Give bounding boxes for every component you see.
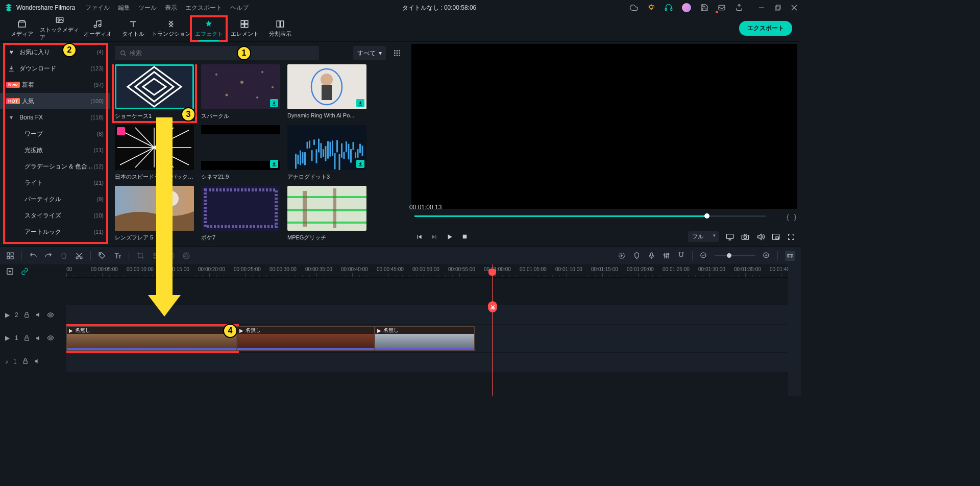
preview-canvas[interactable] (411, 44, 797, 209)
sidebar-item-new[interactable]: New新着(97) (0, 77, 110, 93)
sidebar-item-gradient[interactable]: グラデーション & 色合...(12) (0, 158, 110, 175)
menu-view[interactable]: 表示 (165, 4, 177, 12)
effect-thumb[interactable]: スパークル (201, 64, 280, 120)
pip-icon[interactable] (772, 233, 780, 241)
scale-dropdown[interactable]: フル (688, 231, 719, 242)
effect-thumb[interactable]: MPEGグリッチ (287, 186, 366, 241)
play-icon[interactable] (446, 233, 453, 240)
add-track-icon[interactable] (6, 268, 14, 275)
zoom-fit-icon[interactable] (785, 251, 795, 261)
redo-icon[interactable] (44, 252, 53, 260)
scissors-cursor-icon[interactable] (488, 301, 497, 312)
time-ruler[interactable]: 0:00:0000:00:05:0000:00:10:0000:00:15:00… (66, 264, 801, 278)
tab-title[interactable]: タイトル (115, 16, 151, 41)
lock-icon[interactable] (23, 335, 30, 342)
track-header-v2[interactable]: ▶2 (0, 305, 66, 324)
prev-frame-icon[interactable] (415, 233, 423, 240)
mark-braces[interactable]: {} (787, 213, 796, 221)
track-v1[interactable]: ▶名無し▶名無し▶名無し (66, 325, 801, 352)
menu-tool[interactable]: ツール (138, 4, 157, 12)
minimize-icon[interactable] (758, 5, 765, 11)
stop-icon[interactable] (461, 233, 468, 240)
monitor-icon[interactable] (726, 233, 734, 241)
voiceover-icon[interactable] (648, 252, 655, 259)
export-button[interactable]: エクスポート (739, 21, 792, 36)
text-style-icon[interactable] (113, 252, 121, 260)
save-icon[interactable] (700, 4, 708, 12)
undo-icon[interactable] (29, 252, 37, 260)
mute-icon[interactable] (34, 358, 40, 364)
sidebar-item-favorites[interactable]: ♥お気に入り(4) (0, 44, 110, 60)
next-frame-icon[interactable] (431, 233, 438, 240)
lock-icon[interactable] (22, 358, 29, 364)
menu-file[interactable]: ファイル (85, 4, 110, 12)
effect-thumb[interactable]: 日本のスピードラインパック オ... (115, 125, 194, 181)
headset-icon[interactable] (665, 4, 673, 12)
close-icon[interactable] (791, 5, 797, 11)
avatar[interactable] (682, 3, 691, 12)
bulb-icon[interactable] (647, 4, 655, 12)
sidebar-item-stylize[interactable]: スタイライズ(10) (0, 207, 110, 224)
sidebar-item-light[interactable]: ライト(21) (0, 175, 110, 191)
preview-scrubber[interactable]: {} (414, 212, 796, 220)
tab-media[interactable]: メディア (4, 16, 40, 41)
zoom-in-icon[interactable] (763, 252, 770, 259)
inbox-icon[interactable] (718, 4, 726, 12)
playhead[interactable] (492, 264, 493, 396)
mute-icon[interactable] (35, 335, 42, 342)
sidebar-item-popular[interactable]: HOT人気(100) (0, 93, 110, 109)
camera-icon[interactable] (741, 233, 749, 241)
track-header-v1[interactable]: ▶1 (0, 324, 66, 352)
sidebar-item-borisfx[interactable]: ▾Boris FX(118) (0, 109, 110, 126)
maximize-icon[interactable] (775, 5, 781, 11)
mixer-icon[interactable] (663, 252, 670, 259)
timeline-clip[interactable]: ▶名無し (66, 326, 237, 351)
link-icon[interactable] (21, 268, 29, 275)
sidebar-item-warp[interactable]: ワープ(8) (0, 126, 110, 142)
search-input[interactable] (130, 50, 314, 57)
color-icon[interactable] (182, 252, 190, 260)
sidebar-item-downloads[interactable]: ダウンロード(123) (0, 60, 110, 77)
eye-icon[interactable] (47, 334, 54, 342)
menu-help[interactable]: ヘルプ (230, 4, 249, 12)
effect-thumb[interactable]: ボケ7 (201, 186, 280, 241)
search-field[interactable] (115, 46, 319, 60)
cloud-icon[interactable] (630, 4, 638, 12)
tab-stock[interactable]: ストックメディア (40, 16, 80, 41)
timeline-clip[interactable]: ▶名無し (237, 326, 375, 351)
zoom-slider[interactable] (715, 255, 755, 256)
lock-icon[interactable] (23, 311, 30, 318)
timeline-body[interactable]: 0:00:0000:00:05:0000:00:10:0000:00:15:00… (66, 264, 801, 396)
effect-thumb[interactable]: シネマ21:9 (201, 125, 280, 181)
sidebar-item-artlook[interactable]: アートルック(11) (0, 224, 110, 240)
crop-icon[interactable] (136, 252, 144, 260)
tab-transition[interactable]: トランジション (151, 16, 191, 41)
cut-icon[interactable] (75, 252, 83, 260)
marker-tool-icon[interactable] (633, 252, 641, 259)
tab-effect[interactable]: エフェクト (191, 16, 227, 41)
sidebar-item-diffuse[interactable]: 光拡散(11) (0, 142, 110, 158)
tab-element[interactable]: エレメント (227, 16, 262, 41)
zoom-out-icon[interactable] (700, 252, 707, 259)
mute-icon[interactable] (35, 311, 42, 318)
effect-thumb[interactable]: Dynamic Ring With Ai Po... (287, 64, 366, 120)
menu-export[interactable]: エクスポート (185, 4, 222, 12)
tab-audio[interactable]: オーディオ (80, 16, 115, 41)
eye-icon[interactable] (47, 311, 54, 319)
volume-icon[interactable] (756, 233, 765, 241)
grid-view-icon[interactable] (390, 46, 404, 60)
effect-thumb[interactable]: レンズフレア 5 (115, 186, 194, 241)
delete-icon[interactable] (60, 252, 68, 260)
effect-thumb[interactable]: アナログドット3 (287, 125, 366, 181)
menu-edit[interactable]: 編集 (118, 4, 130, 12)
track-a1[interactable] (66, 353, 801, 372)
tab-split[interactable]: 分割表示 (262, 16, 298, 41)
timeline-clip[interactable]: ▶名無し (375, 326, 475, 351)
layout-icon[interactable] (6, 252, 14, 260)
track-header-a1[interactable]: ♪1 (0, 352, 66, 371)
render-icon[interactable] (618, 252, 626, 260)
fullscreen-icon[interactable] (787, 233, 795, 241)
tag-icon[interactable] (98, 252, 106, 260)
filter-dropdown[interactable]: すべて▾ (353, 46, 386, 60)
mic-record-icon[interactable] (735, 4, 743, 12)
